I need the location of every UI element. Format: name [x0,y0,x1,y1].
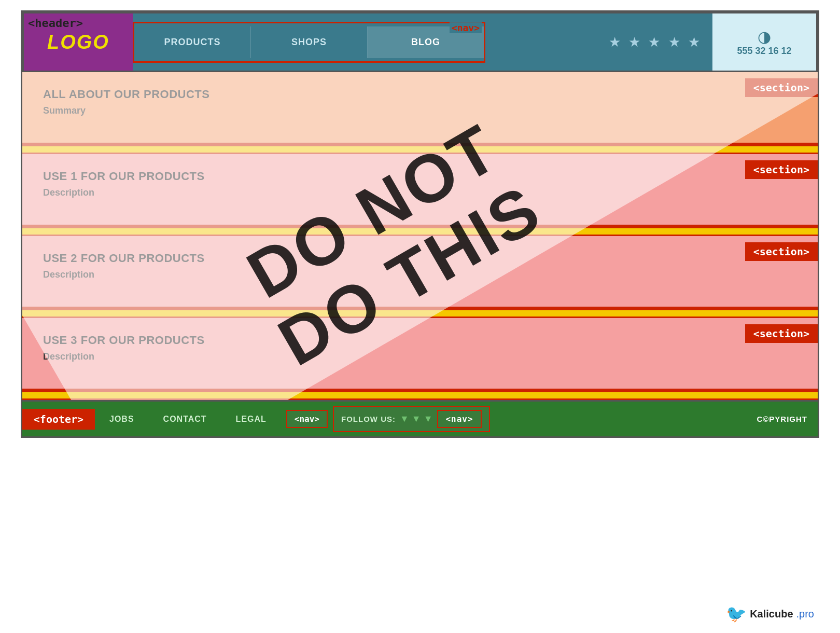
nav-area: <nav> PRODUCTS SHOPS BLOG [133,13,598,71]
section-tag-1: <section> [745,78,818,97]
section-sub-3: Description [43,269,802,280]
stars-box: ★ ★ ★ ★ ★ [598,13,712,71]
separator-4 [22,391,818,400]
section-tag-4: <section> [745,324,818,343]
section-block-3: <section> USE 2 FOR OUR PRODUCTS Descrip… [22,236,818,318]
footer-nav-tag: <nav> [286,410,328,428]
section-tag-2: <section> [745,160,818,179]
section-title-3: USE 2 FOR OUR PRODUCTS [43,252,802,265]
footer-copyright: C©PYRIGHT [746,415,818,423]
separator-1 [22,145,818,154]
logo-text: LOGO [47,31,109,53]
section-title-4: USE 3 FOR OUR PRODUCTS [43,334,802,347]
section-block-2: <section> USE 1 FOR OUR PRODUCTS Descrip… [22,154,818,236]
main-content: DO NOTDO THIS <section> ALL ABOUT OUR PR… [22,72,818,400]
footer-link-legal[interactable]: LEGAL [221,415,281,424]
footer-link-contact[interactable]: CONTACT [149,415,221,424]
phone-box: ◑ 555 32 16 12 [712,13,816,71]
section-main-3: <section> USE 2 FOR OUR PRODUCTS Descrip… [22,236,818,309]
social-icon-3[interactable]: ▼ [424,414,433,424]
section-title-2: USE 1 FOR OUR PRODUCTS [43,170,802,183]
nav-products[interactable]: PRODUCTS [134,26,251,58]
footer: <footer> JOBS CONTACT LEGAL <nav> FOLLOW… [22,400,818,436]
social-icon-1[interactable]: ▼ [400,414,410,424]
phone-number: 555 32 16 12 [737,46,791,57]
kalicube-brand: 🐦 Kalicube.pro [726,604,814,624]
kalicube-pro: .pro [796,608,814,620]
nav-box: <nav> PRODUCTS SHOPS BLOG [133,22,485,63]
kalicube-name: Kalicube [750,608,793,620]
header: <header> LOGO <nav> PRODUCTS SHOPS BLOG … [22,12,818,72]
nav-label: <nav> [450,22,482,33]
phone-icon: ◑ [758,27,771,46]
section-sub-4: Description [43,351,802,362]
footer-follow-label: FOLLOW US: [341,415,396,423]
social-icon-2[interactable]: ▼ [412,414,422,424]
footer-icons: ▼ ▼ ▼ [400,414,433,424]
section-sub-2: Description [43,187,802,198]
section-main-2: <section> USE 1 FOR OUR PRODUCTS Descrip… [22,154,818,227]
section-block-1: <section> ALL ABOUT OUR PRODUCTS Summary [22,72,818,154]
section-main-4: <section> USE 3 FOR OUR PRODUCTS Descrip… [22,318,818,391]
header-label: <header> [28,17,83,30]
section-main-1: <section> ALL ABOUT OUR PRODUCTS Summary [22,72,818,145]
footer-nav: JOBS CONTACT LEGAL <nav> FOLLOW US: ▼ ▼ … [95,406,818,432]
footer-follow-nav-tag: <nav> [437,410,481,428]
section-block-4: <section> USE 3 FOR OUR PRODUCTS Descrip… [22,318,818,400]
footer-link-jobs[interactable]: JOBS [95,415,149,424]
page-wrapper: <header> LOGO <nav> PRODUCTS SHOPS BLOG … [21,10,819,438]
footer-label: <footer> [22,409,95,430]
nav-shops[interactable]: SHOPS [251,26,368,58]
footer-follow: FOLLOW US: ▼ ▼ ▼ <nav> [333,406,490,432]
section-title-1: ALL ABOUT OUR PRODUCTS [43,88,802,101]
section-sub-1: Summary [43,105,802,116]
section-tag-3: <section> [745,242,818,261]
separator-2 [22,227,818,236]
kalicube-logo-icon: 🐦 [726,604,747,624]
separator-3 [22,309,818,318]
